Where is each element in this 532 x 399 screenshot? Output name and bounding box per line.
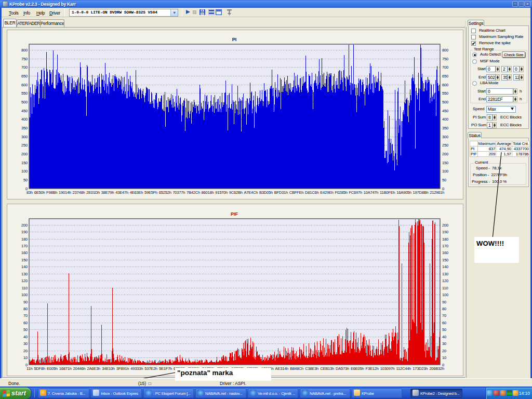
svg-text:800: 800 bbox=[21, 48, 28, 52]
svg-text:110: 110 bbox=[442, 286, 448, 290]
svg-text:40: 40 bbox=[23, 335, 28, 339]
svg-text:E6E05h: E6E05h bbox=[351, 366, 364, 371]
svg-text:100: 100 bbox=[442, 169, 448, 174]
svg-text:100: 100 bbox=[21, 169, 28, 174]
svg-text:750: 750 bbox=[442, 57, 448, 61]
svg-text:212961h: 212961h bbox=[430, 190, 444, 195]
svg-text:30: 30 bbox=[442, 341, 446, 346]
svg-text:550: 550 bbox=[21, 91, 28, 96]
svg-text:43E47h: 43E47h bbox=[115, 190, 128, 195]
svg-text:3F891h: 3F891h bbox=[116, 366, 129, 371]
svg-text:400: 400 bbox=[21, 117, 28, 122]
svg-text:AE314h: AE314h bbox=[275, 366, 289, 371]
svg-text:60: 60 bbox=[23, 321, 28, 325]
svg-text:C38E3h: C38E3h bbox=[305, 366, 318, 371]
svg-text:200: 200 bbox=[442, 152, 448, 156]
svg-text:FC697h: FC697h bbox=[349, 190, 362, 195]
svg-text:5DF8h: 5DF8h bbox=[34, 366, 45, 371]
svg-text:160: 160 bbox=[21, 250, 28, 255]
svg-text:20: 20 bbox=[23, 349, 28, 353]
svg-text:400: 400 bbox=[442, 117, 448, 122]
svg-text:140: 140 bbox=[442, 264, 448, 269]
svg-text:500: 500 bbox=[21, 100, 28, 104]
svg-text:20446h: 20446h bbox=[73, 366, 86, 371]
svg-text:F98Bh: F98Bh bbox=[46, 190, 57, 195]
svg-text:650: 650 bbox=[442, 74, 448, 78]
svg-text:180: 180 bbox=[21, 237, 28, 242]
svg-text:350: 350 bbox=[442, 126, 448, 130]
svg-text:B3D05h: B3D05h bbox=[259, 190, 273, 195]
svg-text:197D8Bh: 197D8Bh bbox=[413, 190, 429, 195]
svg-text:160: 160 bbox=[442, 250, 448, 255]
svg-text:50: 50 bbox=[23, 327, 28, 332]
svg-text:50: 50 bbox=[23, 178, 28, 182]
svg-text:200: 200 bbox=[21, 152, 28, 156]
svg-text:100: 100 bbox=[21, 292, 28, 297]
svg-text:500: 500 bbox=[442, 100, 448, 104]
svg-text:450: 450 bbox=[442, 109, 448, 113]
svg-text:150: 150 bbox=[442, 161, 448, 165]
svg-text:CEB13h: CEB13h bbox=[320, 366, 334, 371]
svg-text:70377h: 70377h bbox=[172, 190, 185, 195]
svg-text:10A747h: 10A747h bbox=[364, 190, 379, 195]
svg-text:300: 300 bbox=[442, 135, 448, 139]
svg-text:120: 120 bbox=[442, 278, 448, 283]
svg-text:300: 300 bbox=[21, 135, 28, 139]
svg-text:2A6E3h: 2A6E3h bbox=[87, 366, 101, 371]
svg-text:170: 170 bbox=[21, 244, 28, 248]
svg-text:F0285h: F0285h bbox=[335, 190, 347, 195]
svg-text:70: 70 bbox=[442, 313, 446, 318]
svg-text:30: 30 bbox=[23, 341, 28, 346]
svg-text:F3E12h: F3E12h bbox=[366, 366, 379, 371]
svg-text:206B32h: 206B32h bbox=[429, 366, 444, 371]
svg-text:750: 750 bbox=[21, 57, 28, 61]
svg-text:173D23h: 173D23h bbox=[413, 366, 428, 371]
svg-text:700: 700 bbox=[21, 65, 28, 70]
svg-text:65252h: 65252h bbox=[159, 190, 171, 195]
svg-text:6E50h: 6E50h bbox=[34, 190, 45, 195]
svg-text:91570h: 91570h bbox=[215, 190, 228, 195]
svg-text:86018h: 86018h bbox=[202, 190, 214, 195]
svg-text:11h: 11h bbox=[26, 366, 32, 371]
svg-text:700: 700 bbox=[442, 65, 448, 70]
svg-text:150: 150 bbox=[21, 161, 28, 165]
svg-text:180: 180 bbox=[442, 237, 448, 242]
svg-text:4E63Eh: 4E63Eh bbox=[130, 190, 143, 195]
svg-text:120: 120 bbox=[21, 278, 28, 283]
svg-text:200: 200 bbox=[442, 223, 448, 228]
svg-text:450: 450 bbox=[21, 109, 28, 113]
svg-text:B848Ch: B848Ch bbox=[290, 366, 303, 371]
svg-text:9C62Bh: 9C62Bh bbox=[229, 190, 243, 195]
svg-text:600: 600 bbox=[21, 83, 28, 87]
svg-text:10: 10 bbox=[442, 355, 446, 360]
svg-text:50: 50 bbox=[442, 327, 446, 332]
svg-text:D81C6h: D81C6h bbox=[305, 190, 318, 195]
svg-text:BFD31h: BFD31h bbox=[274, 190, 288, 195]
svg-text:38E79h: 38E79h bbox=[101, 190, 114, 195]
svg-text:16A905h: 16A905h bbox=[396, 190, 411, 195]
svg-text:E005h: E005h bbox=[47, 366, 58, 371]
svg-text:80: 80 bbox=[23, 307, 28, 311]
svg-text:100: 100 bbox=[442, 292, 448, 297]
svg-text:PI: PI bbox=[232, 37, 237, 42]
svg-text:60: 60 bbox=[442, 321, 446, 325]
svg-text:350: 350 bbox=[21, 126, 28, 130]
svg-text:2E01Dh: 2E01Dh bbox=[86, 190, 100, 195]
svg-text:170: 170 bbox=[442, 244, 448, 248]
svg-text:800: 800 bbox=[442, 48, 448, 52]
svg-text:10: 10 bbox=[23, 355, 28, 360]
svg-text:130: 130 bbox=[442, 272, 448, 276]
svg-text:550: 550 bbox=[442, 91, 448, 96]
svg-text:19014h: 19014h bbox=[59, 190, 71, 195]
svg-text:150: 150 bbox=[442, 258, 448, 262]
svg-text:DA573h: DA573h bbox=[336, 366, 349, 371]
svg-text:PIF: PIF bbox=[231, 211, 238, 217]
svg-text:E429Eh: E429Eh bbox=[320, 190, 334, 195]
svg-text:650: 650 bbox=[21, 74, 28, 78]
svg-text:A7E4Ch: A7E4Ch bbox=[244, 190, 258, 195]
svg-text:130: 130 bbox=[21, 272, 28, 276]
svg-text:190: 190 bbox=[442, 230, 448, 234]
svg-text:250: 250 bbox=[442, 143, 448, 148]
svg-text:23748h: 23748h bbox=[73, 190, 85, 195]
svg-text:7B42Ch: 7B42Ch bbox=[187, 190, 200, 195]
